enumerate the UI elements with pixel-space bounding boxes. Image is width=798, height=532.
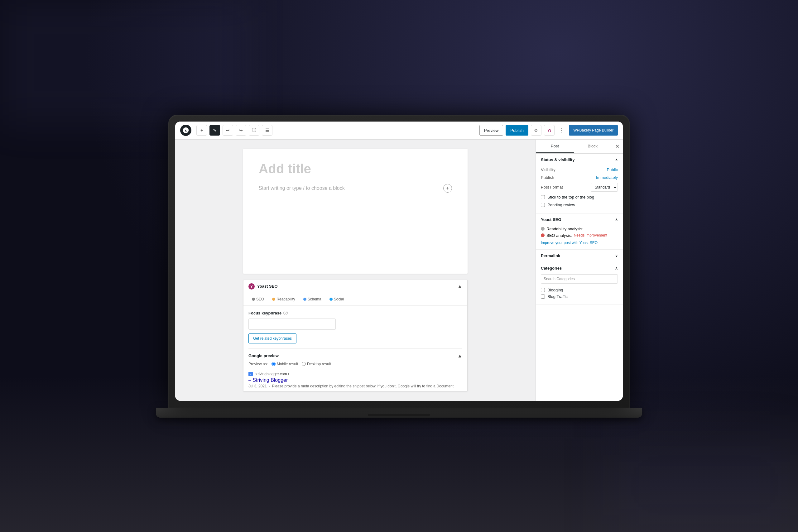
desktop-result-radio[interactable] [302,362,306,366]
category-blog-traffic-label[interactable]: Blog Traffic [547,294,568,299]
focus-keyphrase-input[interactable] [248,319,336,330]
publish-button[interactable]: Publish [506,125,528,136]
category-blog-traffic-checkbox[interactable] [541,294,545,299]
add-block-inline-button[interactable]: + [443,184,452,193]
info-toolbar-button[interactable]: ⓘ [249,125,259,136]
focus-keyphrase-info-icon[interactable]: ? [283,311,288,315]
yoast-tab-seo[interactable]: SEO [248,296,267,303]
yoast-tabs: SEO Readability Schema [244,293,467,306]
wpbakery-button[interactable]: WPBakery Page Builder [569,125,618,136]
redo-toolbar-button[interactable]: ↪ [236,125,246,136]
yoast-tab-social[interactable]: Social [326,296,347,303]
permalink-chevron-icon [615,253,618,258]
google-preview-collapse-button[interactable]: ▲ [457,353,462,359]
seo-dot [252,298,255,301]
seo-analysis-row: SEO analysis: Needs improvement [541,232,618,239]
pending-review-checkbox[interactable] [541,203,545,207]
related-keyphrases-button[interactable]: Get related keyphrases [248,334,297,343]
yoast-panel-header[interactable]: Y Yoast SEO ▲ [244,280,467,293]
search-categories-input[interactable] [541,274,618,284]
undo-toolbar-button[interactable]: ↩ [223,125,233,136]
permalink-title: Permalink [541,253,560,258]
stick-to-top-checkbox[interactable] [541,195,545,199]
visibility-row: Visibility Public [541,166,618,174]
categories-chevron-icon [615,266,618,270]
preview-site-name: strivingblogger.com › [255,372,289,376]
laptop-base [156,407,642,418]
editor-body-area: Start writing or type / to choose a bloc… [259,184,452,193]
category-blogging-checkbox[interactable] [541,288,545,292]
add-block-toolbar-button[interactable]: + [196,125,207,136]
post-title-field[interactable]: Add title [259,162,452,176]
sidebar-tab-block[interactable]: Block [574,140,612,153]
permalink-header[interactable]: Permalink [536,250,623,262]
sidebar-close-button[interactable]: ✕ [612,140,623,153]
categories-body: Blogging Blog Traffic [536,274,623,304]
preview-as-label: Preview as: [248,362,268,366]
categories-title: Categories [541,266,562,270]
yoast-collapse-button[interactable]: ▲ [457,284,462,289]
edit-toolbar-button[interactable]: ✎ [209,125,220,136]
mobile-result-radio-label[interactable]: Mobile result [271,362,298,366]
wordpress-logo[interactable] [180,125,191,136]
undo-icon: ↩ [226,128,230,133]
wp-editor: Add title Start writing or type / to cho… [175,140,535,401]
post-format-row: Post Format Standard Aside Image Video [541,182,618,193]
stick-to-top-label[interactable]: Stick to the top of the blog [547,195,594,200]
visibility-value[interactable]: Public [607,167,618,172]
focus-keyphrase-label: Focus keyphrase ? [248,311,462,316]
mobile-result-radio[interactable] [271,362,276,366]
yoast-icon: Y/ [547,128,551,133]
stick-to-top-row: Stick to the top of the blog [541,193,618,201]
status-visibility-chevron-icon [615,157,618,162]
sidebar-tab-post[interactable]: Post [536,140,574,153]
yoast-seo-chevron-icon [615,217,618,222]
status-visibility-section: Status & visibility Visibility Public Pu… [536,154,623,213]
pending-review-label[interactable]: Pending review [547,203,575,207]
yoast-seo-sidebar-section: Yoast SEO Readability analysis: [536,213,623,250]
category-item-blogging: Blogging [541,287,618,293]
preview-description: Please provide a meta description by edi… [272,384,454,388]
mobile-result-text: Mobile result [277,362,298,366]
desktop-result-radio-label[interactable]: Desktop result [302,362,331,366]
publish-row: Publish Immediately [541,174,618,182]
wp-sidebar: Post Block ✕ Status & visibility [535,140,623,401]
yoast-button[interactable]: Y/ [544,125,554,136]
yoast-tab-schema[interactable]: Schema [300,296,325,303]
readability-dot-icon [541,227,545,231]
status-visibility-header[interactable]: Status & visibility [536,154,623,166]
settings-button[interactable]: ⚙ [531,125,542,136]
list-icon: ☰ [265,128,269,133]
yoast-logo-icon: Y [248,283,255,289]
redo-icon: ↪ [239,128,243,133]
yoast-seo-sidebar-title: Yoast SEO [541,217,562,222]
seo-tab-label: SEO [256,297,264,301]
google-preview-section: Google preview ▲ Preview as: Mobile resu… [248,348,462,392]
preview-page-title[interactable]: – Striving Blogger [248,377,462,383]
gear-icon: ⚙ [534,128,538,133]
categories-section: Categories Blogging [536,262,623,304]
screen-bezel: + ✎ ↩ ↪ ⓘ ☰ [175,121,623,401]
more-options-button[interactable]: ⋮ [557,125,566,136]
improve-with-yoast-link[interactable]: Improve your post with Yoast SEO [541,241,618,245]
preview-url-row: S strivingblogger.com › [248,372,462,376]
editor-content-area: Add title Start writing or type / to cho… [243,149,468,274]
edit-icon: ✎ [213,128,217,133]
categories-header[interactable]: Categories [536,262,623,274]
yoast-seo-sidebar-header[interactable]: Yoast SEO [536,213,623,226]
yoast-seo-sidebar-body: Readability analysis: SEO analysis: Need… [536,226,623,249]
schema-tab-label: Schema [308,297,321,301]
desktop-result-text: Desktop result [307,362,331,366]
sidebar-tabs: Post Block ✕ [536,140,623,154]
category-blogging-label[interactable]: Blogging [547,288,563,292]
preview-button[interactable]: Preview [479,125,503,136]
body-placeholder-text[interactable]: Start writing or type / to choose a bloc… [259,186,345,191]
publish-value[interactable]: Immediately [596,175,618,180]
list-view-button[interactable]: ☰ [262,125,272,136]
pending-review-row: Pending review [541,201,618,209]
social-tab-label: Social [334,297,344,301]
seo-analysis-label: SEO analysis: [547,233,572,238]
post-format-select[interactable]: Standard Aside Image Video [591,183,618,192]
yoast-tab-readability[interactable]: Readability [269,296,298,303]
wp-main: Add title Start writing or type / to cho… [175,140,623,401]
